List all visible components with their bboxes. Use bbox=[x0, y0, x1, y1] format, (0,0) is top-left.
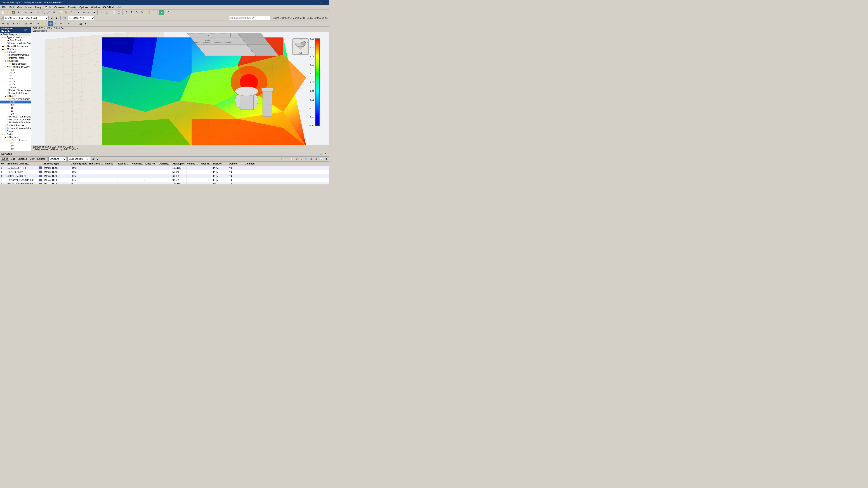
menu-file[interactable]: File bbox=[1, 5, 8, 9]
view-select[interactable]: 1 - Global XYZ bbox=[68, 16, 95, 20]
nav-type-results[interactable]: ▼ 📁 Type of results bbox=[0, 36, 31, 39]
nav-basic-stresses[interactable]: 📄 Basic Stresses bbox=[0, 62, 31, 65]
menu-calculate[interactable]: Calculate bbox=[53, 5, 66, 9]
nav-strains[interactable]: ▼ 📁 Strains bbox=[0, 95, 31, 98]
nav-ex-plus[interactable]: ◉ εx+ bbox=[0, 101, 31, 103]
add-row-button[interactable]: + bbox=[279, 157, 283, 161]
view-button2[interactable]: View bbox=[29, 158, 35, 160]
isolines-button[interactable]: 〰 bbox=[59, 21, 64, 26]
nav-s1p[interactable]: ○ σ1+ bbox=[0, 71, 31, 74]
sort-button[interactable]: ↕ bbox=[299, 157, 303, 161]
selection-button[interactable]: Selection bbox=[17, 158, 28, 160]
nav-sc[interactable]: ○ σc bbox=[0, 77, 31, 80]
copy-row-button[interactable]: 📋 bbox=[289, 157, 293, 161]
smooth-toggle[interactable]: ~ bbox=[66, 21, 71, 26]
keyword-search[interactable] bbox=[229, 16, 270, 20]
nav-sy[interactable]: ○ σy bbox=[0, 144, 31, 148]
table-row[interactable]: 7 273,274,388,403-397,470-459,275 Withou… bbox=[0, 182, 329, 184]
basic-objects-filter[interactable]: Basic Objects bbox=[67, 157, 90, 161]
surface-button[interactable]: ▭ bbox=[87, 10, 92, 15]
menu-insert[interactable]: Insert bbox=[24, 5, 33, 9]
axes-toggle[interactable]: XYZ bbox=[11, 21, 16, 26]
grid-toggle[interactable]: ⊞ bbox=[6, 21, 11, 26]
labels-toggle[interactable]: 🏷 bbox=[16, 21, 21, 26]
nav-s1m[interactable]: ○ σ1- bbox=[0, 74, 31, 77]
table-row[interactable]: 5 1,2,14,271,70-65,28,13,66,69,262,263,2… bbox=[0, 178, 329, 182]
nav-elastic-stress[interactable]: 📄 Elastic Stress Components bbox=[0, 89, 31, 92]
load-button[interactable]: ↓ bbox=[99, 10, 104, 15]
nav-solid-basic-stress[interactable]: ▼ 📁 Basic Stresses bbox=[0, 139, 31, 142]
vectors-toggle[interactable]: → bbox=[71, 21, 76, 26]
nav-shape[interactable]: 📄 Shape bbox=[0, 130, 31, 133]
menu-options[interactable]: Options bbox=[78, 5, 89, 9]
calculate-button[interactable]: ▶ bbox=[159, 10, 164, 15]
redo-button[interactable]: ↪ bbox=[29, 10, 33, 15]
nav-exy-minus[interactable]: ○ εxy- bbox=[0, 112, 31, 115]
minimize-button[interactable]: — bbox=[312, 1, 317, 4]
nav-equiv-total[interactable]: 📄 Equivalent Total Strains bbox=[0, 121, 31, 124]
front-view-button[interactable]: F bbox=[124, 10, 129, 15]
select-button[interactable]: ✛ bbox=[36, 10, 41, 15]
section-cut-button[interactable]: ✂ bbox=[36, 21, 41, 26]
support-button[interactable]: △ bbox=[104, 10, 109, 15]
contour-toggle[interactable]: ≈ bbox=[53, 21, 58, 26]
load-combo-select[interactable]: S: C02 LC1 + LC2 + LC3 + LC4 bbox=[3, 16, 49, 20]
new-button[interactable]: 📄 bbox=[0, 10, 5, 15]
3d-canvas[interactable]: 1.75.00 80.00 bbox=[31, 32, 329, 151]
3d-view-button[interactable]: 3 bbox=[140, 10, 145, 15]
menu-results[interactable]: Results bbox=[66, 5, 78, 9]
zoom-in-button[interactable]: 🔍 bbox=[41, 10, 46, 15]
result-table-button[interactable]: 📋 bbox=[117, 10, 122, 15]
nav-ec-minus[interactable]: ○ εc- bbox=[0, 106, 31, 109]
top-view-button[interactable]: T bbox=[129, 10, 134, 15]
nav-close-button[interactable]: ✕ bbox=[27, 29, 29, 31]
next-lc-button[interactable]: ▶ bbox=[55, 15, 59, 21]
move-button[interactable]: ✋ bbox=[147, 10, 152, 15]
measure-button[interactable]: 📐 bbox=[41, 21, 46, 26]
nav-s2p[interactable]: ○ σ2,+ bbox=[0, 68, 31, 71]
menu-cad-bim[interactable]: CAD-BIM bbox=[102, 5, 115, 9]
nav-solids[interactable]: ▼ 📁 Solids bbox=[0, 133, 31, 136]
surfaces-maximize-button[interactable]: □ bbox=[319, 152, 323, 156]
node-button[interactable]: ● bbox=[76, 10, 81, 15]
table-row[interactable]: 4 19-26,36-45,27 Without Thick... Plane … bbox=[0, 170, 329, 174]
nav-isotropic[interactable]: 📄 Isotropic Characteristics bbox=[0, 127, 31, 130]
print-table-button[interactable]: 🖨 bbox=[314, 157, 318, 161]
fit-button[interactable]: ⊞ bbox=[51, 10, 56, 15]
nav-solid-stresses[interactable]: ▼ 📁 Stresses bbox=[0, 136, 31, 139]
nav-sz[interactable]: ○ σz bbox=[0, 148, 31, 151]
view-type-button[interactable]: 🌐 bbox=[62, 15, 67, 21]
side-view-button[interactable]: S bbox=[134, 10, 139, 15]
prev-lc-button[interactable]: ◀ bbox=[49, 15, 54, 21]
settings-button[interactable]: Settings bbox=[36, 158, 46, 160]
chart-button[interactable]: 📊 bbox=[319, 157, 323, 161]
rotate-button[interactable]: ↻ bbox=[152, 10, 157, 15]
nav-final-results[interactable]: ◉ Final Results bbox=[0, 39, 31, 42]
table-row[interactable]: 1 16,17,28,65-47,18 Without Thick... Pla… bbox=[0, 166, 329, 170]
solid-button[interactable]: ◼ bbox=[92, 10, 97, 15]
close-button[interactable]: ✕ bbox=[322, 1, 327, 4]
nav-max-total[interactable]: 📄 Maximum Total Strains bbox=[0, 118, 31, 121]
nav-principal-stresses[interactable]: ▼ 📁 Principal Stresses bbox=[0, 65, 31, 68]
open-button[interactable]: 📂 bbox=[6, 10, 11, 15]
menu-assign[interactable]: Assign bbox=[33, 5, 43, 9]
menu-help[interactable]: Help bbox=[116, 5, 123, 9]
structure-filter[interactable]: Structure bbox=[49, 157, 66, 161]
save-button[interactable]: 💾 bbox=[11, 10, 16, 15]
nav-equiv-stress[interactable]: 📄 Equivalent Stresses bbox=[0, 92, 31, 95]
goto-button[interactable]: Go To bbox=[1, 157, 9, 161]
maximize-button[interactable]: □ bbox=[318, 1, 322, 4]
nav-exy-plus[interactable]: ○ εxy+ bbox=[0, 103, 31, 106]
nav-internal-forces[interactable]: 📄 Internal Forces bbox=[0, 57, 31, 59]
filter-next-button[interactable]: ▶ bbox=[96, 157, 100, 161]
nav-static-analysis[interactable]: ▼ Static Analysis bbox=[0, 33, 31, 36]
nav-global-def[interactable]: ▶ 📁 Global Deformations bbox=[0, 45, 31, 48]
line-button[interactable]: ━ bbox=[81, 10, 86, 15]
paste-row-button[interactable]: 📌 bbox=[294, 157, 298, 161]
nav-surfaces[interactable]: ▼ 📁 Surfaces bbox=[0, 51, 31, 54]
nav-sx[interactable]: ○ σx bbox=[0, 142, 31, 144]
render-button[interactable]: 🎨 bbox=[64, 10, 69, 15]
nav-tmax[interactable]: ○ τmax bbox=[0, 86, 31, 89]
column-settings-button[interactable]: ⚙ bbox=[324, 157, 328, 161]
nav-s2m[interactable]: ○ σ2,m bbox=[0, 83, 31, 86]
